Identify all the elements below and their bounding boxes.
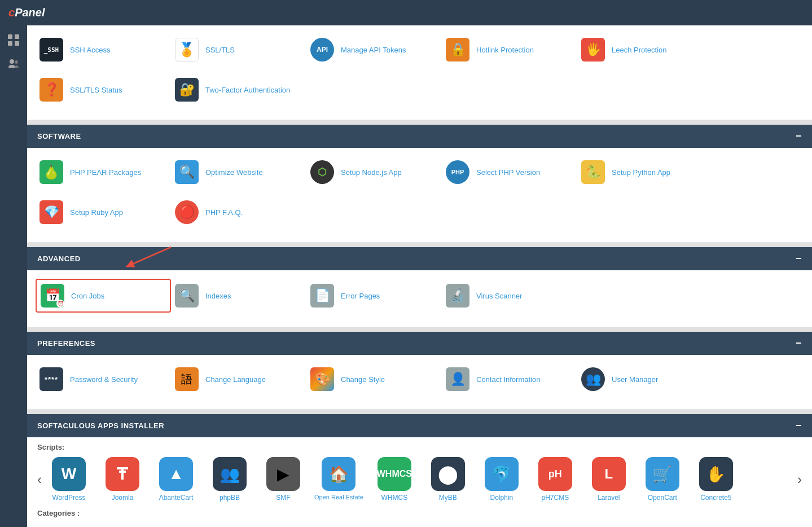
cat-portals[interactable]: Portals/CMS (139, 523, 179, 527)
item-php-pear[interactable]: 🍐 PHP PEAR Packages (36, 156, 171, 188)
opencart-label: OpenCart (648, 494, 677, 502)
cat-calendars[interactable]: Calendars (416, 523, 457, 527)
item-indexes[interactable]: 🔍 Indexes (171, 279, 306, 313)
cron-jobs-label: Cron Jobs (71, 292, 104, 300)
item-change-style[interactable]: 🎨 Change Style (306, 363, 442, 395)
preferences-items-row: **** Password & Security 語 Change Langua… (27, 355, 812, 410)
item-ssl-status[interactable]: ❓ SSL/TLS Status (36, 74, 171, 106)
indexes-label: Indexes (205, 292, 231, 300)
users-icon[interactable] (5, 55, 23, 73)
error-pages-label: Error Pages (341, 292, 380, 300)
cat-mails[interactable]: Mails (509, 523, 550, 527)
item-contact-info[interactable]: 👤 Contact Information (442, 363, 577, 395)
script-wordpress[interactable]: W WordPress (46, 457, 91, 502)
portals-cat-icon (145, 523, 173, 527)
whmcs-label: WHMCS (381, 494, 408, 502)
script-opencart[interactable]: 🛒 OpenCart (640, 457, 685, 502)
cat-erp[interactable]: ERP (694, 523, 735, 527)
select-php-icon: PHP (445, 159, 471, 185)
categories-scroll: Blogs Micro Blogs Portals/CM (46, 523, 793, 527)
nodejs-label: Setup Node.js App (341, 168, 402, 177)
item-password-security[interactable]: **** Password & Security (36, 363, 171, 395)
ruby-icon: 💎 (38, 199, 64, 225)
manage-api-label: Manage API Tokens (341, 46, 406, 54)
script-laravel[interactable]: L Laravel (586, 457, 631, 502)
phpbb-label: phpBB (220, 494, 240, 502)
cat-project[interactable]: Project (602, 523, 642, 527)
abantecart-label: AbanteCart (159, 494, 194, 502)
script-phpbb[interactable]: 👥 phpBB (207, 457, 252, 502)
cat-ad[interactable]: Ad (370, 523, 411, 527)
preferences-collapse-btn[interactable]: − (796, 337, 802, 349)
categories-row: ‹ Blogs Micro Blogs (27, 520, 812, 527)
script-whmcs[interactable]: WHMCS WHMCS (372, 457, 417, 502)
optimize-label: Optimize Website (205, 168, 263, 177)
ruby-label: Setup Ruby App (70, 208, 123, 217)
item-leech[interactable]: 🖐️ Leech Protection (577, 34, 713, 65)
scripts-scroll: W WordPress Joomla (46, 457, 793, 502)
ssl-tls-icon: 🏅 (174, 37, 200, 63)
scripts-next-arrow[interactable]: › (793, 469, 806, 490)
sidebar (0, 25, 27, 527)
item-ssl-tls[interactable]: 🏅 SSL/TLS (171, 34, 306, 65)
script-smf[interactable]: ▶ SMF (261, 457, 306, 502)
two-factor-label: Two-Factor Authentication (205, 86, 290, 94)
concrete5-label: Concrete5 (700, 494, 731, 502)
svg-point-4 (10, 59, 14, 64)
change-style-label: Change Style (341, 375, 385, 384)
item-two-factor[interactable]: 🔐 Two-Factor Authentication (171, 74, 306, 106)
software-collapse-btn[interactable]: − (796, 130, 802, 142)
cat-gaming[interactable]: Gaming (463, 523, 503, 527)
ssh-access-icon: _SSH (38, 37, 64, 63)
php-pear-icon: 🍐 (38, 159, 64, 185)
script-open-real-estate[interactable]: 🏠 Open Real Estate (314, 457, 363, 502)
item-hotlink[interactable]: 🔒 Hotlink Protection (442, 34, 577, 65)
item-ssh-access[interactable]: _SSH SSH Access (36, 34, 171, 65)
cat-blogs[interactable]: Blogs (46, 523, 87, 527)
ad-cat-icon (376, 523, 405, 527)
advanced-collapse-btn[interactable]: − (796, 253, 802, 265)
item-python[interactable]: 🐍 Setup Python App (577, 156, 713, 188)
hotlink-label: Hotlink Protection (476, 46, 534, 54)
change-style-icon: 🎨 (309, 366, 335, 392)
item-change-language[interactable]: 語 Change Language (171, 363, 306, 395)
virus-scanner-label: Virus Scanner (476, 292, 522, 300)
item-nodejs[interactable]: ⬡ Setup Node.js App (306, 156, 442, 188)
script-abantecart[interactable]: ▲ AbanteCart (153, 457, 199, 502)
cat-wikis[interactable]: Wikis (278, 523, 318, 527)
item-cron-jobs[interactable]: 📅 ⏰ Cron Jobs (36, 279, 171, 313)
grid-icon[interactable] (5, 31, 23, 49)
script-concrete5[interactable]: ✋ Concrete5 (694, 457, 739, 502)
scripts-row: ‹ W WordPress (27, 454, 812, 504)
item-virus-scanner[interactable]: 🔬 Virus Scanner (442, 279, 577, 313)
item-php-faq[interactable]: 🔴 PHP F.A.Q. (171, 196, 306, 228)
ssl-status-label: SSL/TLS Status (70, 86, 122, 94)
softaculous-collapse-btn[interactable]: − (796, 420, 802, 432)
scripts-prev-arrow[interactable]: ‹ (33, 469, 46, 490)
ssl-tls-label: SSL/TLS (205, 46, 235, 54)
cat-ecommerce[interactable]: E-Commerce (648, 523, 688, 527)
indexes-icon: 🔍 (174, 283, 200, 309)
mails-cat-icon (515, 523, 543, 527)
cat-image[interactable]: Image (231, 523, 272, 527)
brand-logo: cPanel (8, 6, 45, 19)
leech-label: Leech Protection (612, 46, 667, 54)
item-error-pages[interactable]: 📄 Error Pages (306, 279, 442, 313)
cat-social[interactable]: Social (324, 523, 365, 527)
cat-forums[interactable]: Forums (185, 523, 226, 527)
item-ruby[interactable]: 💎 Setup Ruby App (36, 196, 171, 228)
script-joomla[interactable]: Joomla (100, 457, 145, 502)
open-real-estate-label: Open Real Estate (314, 494, 363, 500)
item-manage-api[interactable]: API Manage API Tokens (306, 34, 442, 65)
item-select-php[interactable]: PHP Select PHP Version (442, 156, 577, 188)
cat-polls[interactable]: Polls and (555, 523, 596, 527)
svg-rect-3 (15, 41, 19, 46)
ssl-status-icon: ❓ (38, 77, 64, 103)
cat-micro-blogs[interactable]: Micro Blogs (93, 523, 133, 527)
script-mybb[interactable]: ⬤ MyBB (425, 457, 471, 502)
error-pages-icon: 📄 (309, 283, 335, 309)
script-dolphin[interactable]: 🐬 Dolphin (479, 457, 524, 502)
item-user-manager[interactable]: 👥 User Manager (577, 363, 713, 395)
item-optimize[interactable]: 🔍 Optimize Website (171, 156, 306, 188)
script-ph7cms[interactable]: pH pH7CMS (533, 457, 578, 502)
